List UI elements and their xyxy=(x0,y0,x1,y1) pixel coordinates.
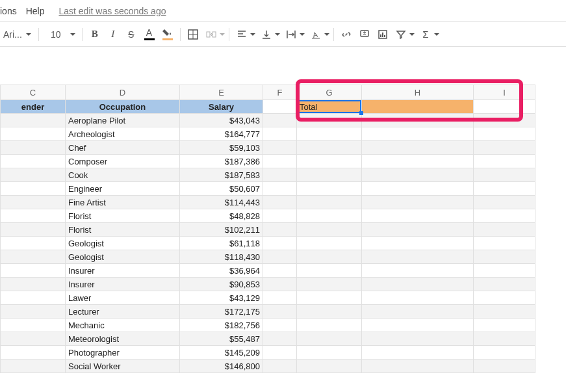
cell[interactable] xyxy=(474,305,535,319)
edit-status-link[interactable]: Last edit was seconds ago xyxy=(58,6,166,16)
occupation-cell[interactable]: Mechanic xyxy=(66,319,180,332)
cell[interactable] xyxy=(474,319,535,332)
cell[interactable] xyxy=(297,264,362,278)
cell[interactable] xyxy=(362,346,474,359)
cell[interactable] xyxy=(474,127,535,141)
bold-button[interactable]: B xyxy=(86,26,103,43)
cell[interactable] xyxy=(297,155,362,168)
occupation-cell[interactable]: Archeologist xyxy=(66,127,180,141)
occupation-cell[interactable]: Photographer xyxy=(66,346,180,359)
salary-cell[interactable]: $61,118 xyxy=(180,237,263,250)
occupation-cell[interactable]: Engineer xyxy=(66,182,180,196)
filter-button[interactable] xyxy=(392,26,409,43)
cell[interactable] xyxy=(263,237,297,250)
cell[interactable] xyxy=(1,196,66,209)
cell[interactable] xyxy=(297,237,362,250)
cell[interactable] xyxy=(263,332,297,346)
cell[interactable] xyxy=(297,250,362,264)
salary-cell[interactable]: $182,756 xyxy=(180,319,263,332)
cell[interactable] xyxy=(1,182,66,196)
cell[interactable] xyxy=(474,114,535,127)
occupation-cell[interactable]: Meteorologist xyxy=(66,332,180,346)
cell[interactable] xyxy=(474,278,535,291)
font-size-select[interactable]: 10 xyxy=(43,28,69,41)
cell[interactable] xyxy=(1,209,66,223)
cell[interactable] xyxy=(263,305,297,319)
occupation-cell[interactable]: Lawer xyxy=(66,291,180,305)
cell[interactable] xyxy=(474,250,535,264)
cell[interactable] xyxy=(263,168,297,182)
occupation-cell[interactable]: Insurer xyxy=(66,278,180,291)
horizontal-align-button[interactable] xyxy=(233,26,250,43)
cell[interactable] xyxy=(263,264,297,278)
salary-cell[interactable]: $36,964 xyxy=(180,264,263,278)
cell[interactable] xyxy=(297,332,362,346)
cell[interactable] xyxy=(362,196,474,209)
salary-cell[interactable]: $90,853 xyxy=(180,278,263,291)
cell[interactable] xyxy=(1,155,66,168)
cell[interactable] xyxy=(1,141,66,155)
cell[interactable] xyxy=(362,305,474,319)
occupation-cell[interactable]: Geologist xyxy=(66,250,180,264)
cell[interactable] xyxy=(362,291,474,305)
occupation-cell[interactable]: Insurer xyxy=(66,264,180,278)
column-header-E[interactable]: E xyxy=(180,85,263,100)
cell[interactable] xyxy=(362,250,474,264)
cell[interactable] xyxy=(263,319,297,332)
occupation-cell[interactable]: Geologist xyxy=(66,237,180,250)
font-family-select[interactable]: Ari... xyxy=(0,27,34,42)
cell[interactable] xyxy=(297,278,362,291)
occupation-cell[interactable]: Composer xyxy=(66,155,180,168)
cell[interactable] xyxy=(297,182,362,196)
cell[interactable] xyxy=(1,346,66,359)
cell[interactable] xyxy=(1,291,66,305)
cell[interactable] xyxy=(263,141,297,155)
cell[interactable] xyxy=(263,209,297,223)
cell[interactable] xyxy=(263,196,297,209)
cell[interactable] xyxy=(297,196,362,209)
occupation-cell[interactable]: Cook xyxy=(66,168,180,182)
salary-cell[interactable]: $118,430 xyxy=(180,250,263,264)
menu-item-help[interactable]: Help xyxy=(26,6,45,16)
column-header-H[interactable]: H xyxy=(362,85,474,100)
cell[interactable] xyxy=(362,264,474,278)
salary-cell[interactable]: $114,443 xyxy=(180,196,263,209)
text-rotation-button[interactable]: A xyxy=(307,26,324,43)
cell[interactable] xyxy=(263,127,297,141)
cell[interactable] xyxy=(297,168,362,182)
salary-cell[interactable]: $164,777 xyxy=(180,127,263,141)
cell[interactable] xyxy=(1,127,66,141)
cell[interactable] xyxy=(362,209,474,223)
cell[interactable] xyxy=(1,278,66,291)
salary-cell[interactable]: $145,209 xyxy=(180,346,263,359)
cell[interactable] xyxy=(362,155,474,168)
cell[interactable] xyxy=(474,141,535,155)
total-value-cell[interactable] xyxy=(362,100,474,114)
cell[interactable] xyxy=(263,223,297,237)
merge-cells-button[interactable] xyxy=(203,26,220,43)
cell[interactable] xyxy=(297,291,362,305)
cell[interactable] xyxy=(474,100,535,114)
cell[interactable] xyxy=(297,359,362,373)
salary-cell[interactable]: $102,211 xyxy=(180,223,263,237)
column-header-F[interactable]: F xyxy=(263,85,297,100)
cell[interactable] xyxy=(474,359,535,373)
cell[interactable] xyxy=(263,291,297,305)
cell[interactable] xyxy=(297,127,362,141)
cell[interactable] xyxy=(263,155,297,168)
column-header-D[interactable]: D xyxy=(66,85,180,100)
strikethrough-button[interactable]: S xyxy=(123,26,140,43)
cell[interactable] xyxy=(362,127,474,141)
cell[interactable] xyxy=(362,114,474,127)
insert-chart-button[interactable] xyxy=(374,26,391,43)
cell[interactable] xyxy=(297,141,362,155)
cell[interactable] xyxy=(1,305,66,319)
insert-link-button[interactable] xyxy=(338,26,355,43)
cell[interactable] xyxy=(297,305,362,319)
menu-item-extensions[interactable]: ions xyxy=(0,6,17,16)
salary-cell[interactable]: $172,175 xyxy=(180,305,263,319)
cell[interactable] xyxy=(474,223,535,237)
cell[interactable] xyxy=(297,346,362,359)
functions-button[interactable]: Σ xyxy=(417,26,434,43)
occupation-cell[interactable]: Florist xyxy=(66,209,180,223)
